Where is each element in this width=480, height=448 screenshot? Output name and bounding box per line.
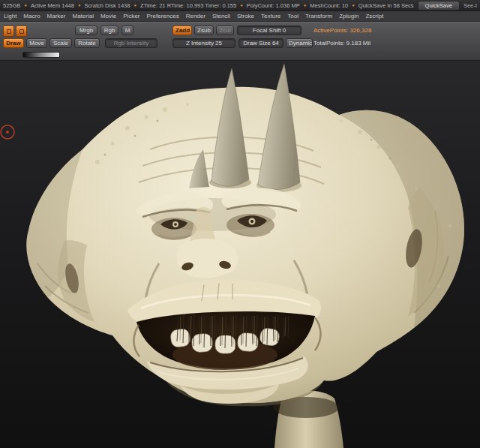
viewport-canvas[interactable]: [0, 61, 480, 448]
menu-tool[interactable]: Tool: [287, 13, 298, 20]
rgb-intensity-slider[interactable]: Rgb Intensity: [105, 38, 158, 48]
menu-zplugin[interactable]: Zplugin: [339, 13, 358, 20]
menu-bar: Light Macro Marker Material Movie Picker…: [0, 11, 480, 22]
m-button[interactable]: M: [122, 26, 134, 35]
total-points-readout: TotalPoints: 9.183 Mil: [314, 40, 370, 47]
menu-render[interactable]: Render: [186, 13, 206, 20]
menu-marker[interactable]: Marker: [47, 13, 66, 20]
separator-dot: ●: [24, 3, 27, 8]
separator-dot: ●: [304, 3, 307, 8]
brush-preview-icon[interactable]: [3, 26, 14, 37]
menu-texture[interactable]: Texture: [261, 13, 280, 20]
rotate-tool-button[interactable]: Rotate: [74, 38, 100, 48]
draw-size-slider[interactable]: Draw Size 64: [238, 38, 284, 48]
separator-dot: ●: [240, 3, 243, 8]
menu-stencil[interactable]: Stencil: [212, 13, 230, 20]
zbrush-window: 525GB ● Active Mem 1448 ● Scratch Disk 1…: [0, 0, 480, 448]
separator-dot: ●: [352, 3, 355, 8]
status-timers: ZTime: 21 RTime: 10.993 Timer: 0.155: [140, 2, 236, 9]
status-active-mem: Active Mem 1448: [31, 2, 74, 9]
dynamic-button[interactable]: Dynamic: [286, 38, 313, 48]
menu-preferences[interactable]: Preferences: [147, 13, 179, 20]
status-quicksave-countdown: QuickSave In 58 Secs: [358, 2, 414, 9]
status-bar: 525GB ● Active Mem 1448 ● Scratch Disk 1…: [0, 0, 480, 11]
menu-movie[interactable]: Movie: [100, 13, 116, 20]
status-mem: 525GB: [3, 2, 20, 9]
gradient-slider[interactable]: [22, 52, 60, 58]
z-intensity-slider[interactable]: Z Intensity 25: [172, 38, 236, 48]
status-meshcount: MeshCount: 10: [310, 2, 348, 9]
zsub-button[interactable]: Zsub: [194, 26, 214, 35]
zadd-button[interactable]: Zadd: [172, 26, 192, 35]
status-polycount: PolyCount: 1.036 MP: [247, 2, 300, 9]
stroke-preview-icon[interactable]: [16, 26, 27, 37]
scale-tool-button[interactable]: Scale: [50, 38, 72, 48]
focal-shift-slider[interactable]: Focal Shift 0: [237, 26, 302, 35]
menu-light[interactable]: Light: [4, 13, 16, 20]
menu-macro[interactable]: Macro: [23, 13, 40, 20]
draw-tool-button[interactable]: Draw: [3, 38, 24, 48]
separator-dot: ●: [134, 3, 136, 8]
menu-material[interactable]: Material: [72, 13, 93, 20]
sculpt-model: [0, 61, 480, 448]
mrgb-button[interactable]: Mrgb: [75, 26, 98, 35]
rgb-button[interactable]: Rgb: [100, 26, 118, 35]
quicksave-button[interactable]: QuickSave: [418, 1, 460, 11]
menu-zscript[interactable]: Zscript: [365, 13, 383, 20]
menu-transform[interactable]: Transform: [305, 13, 332, 20]
separator-dot: ●: [78, 3, 81, 8]
menu-picker[interactable]: Picker: [123, 13, 140, 20]
see-through-label[interactable]: See-th: [464, 2, 477, 9]
zcut-button[interactable]: Zcut: [216, 26, 234, 35]
status-scratch-disk: Scratch Disk 1438: [85, 2, 130, 9]
active-points-readout: ActivePoints: 326,328: [314, 27, 371, 34]
menu-stroke[interactable]: Stroke: [237, 13, 254, 20]
tool-shelf: Mrgb Rgb M Zadd Zsub Zcut Focal Shift 0 …: [0, 22, 480, 61]
move-tool-button[interactable]: Move: [26, 38, 47, 48]
